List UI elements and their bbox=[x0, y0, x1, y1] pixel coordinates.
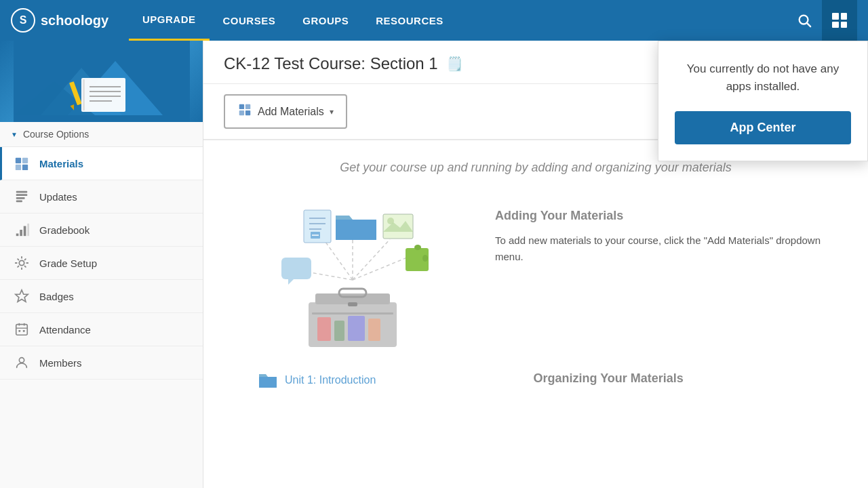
welcome-text: Get your course up and running by adding… bbox=[224, 161, 848, 175]
main-header: S schoology UPGRADE COURSES GROUPS RESOU… bbox=[0, 0, 868, 41]
svg-point-34 bbox=[19, 358, 24, 363]
welcome-section: Get your course up and running by adding… bbox=[203, 140, 868, 426]
add-materials-label: Add Materials bbox=[258, 106, 324, 118]
grade-setup-icon bbox=[14, 255, 30, 271]
svg-rect-65 bbox=[348, 316, 365, 341]
unit-label: Unit 1: Introduction bbox=[285, 374, 376, 386]
nav-upgrade[interactable]: UPGRADE bbox=[129, 0, 210, 41]
svg-rect-17 bbox=[22, 165, 28, 170]
add-materials-icon bbox=[237, 102, 252, 121]
materials-btn-icon bbox=[237, 102, 252, 117]
svg-marker-27 bbox=[16, 290, 28, 302]
svg-rect-21 bbox=[16, 201, 22, 203]
sidebar-item-updates-label: Updates bbox=[39, 191, 77, 203]
logo-circle: S bbox=[11, 8, 35, 33]
logo-text: schoology bbox=[41, 13, 108, 28]
svg-rect-44 bbox=[281, 258, 311, 279]
popup: You currently do not have any apps insta… bbox=[658, 41, 868, 161]
svg-rect-28 bbox=[16, 325, 28, 336]
dropdown-arrow-icon: ▾ bbox=[330, 107, 334, 117]
organize-section: Unit 1: Introduction Organizing Your Mat… bbox=[224, 358, 848, 406]
nav-resources[interactable]: RESOURCES bbox=[362, 0, 457, 41]
svg-rect-57 bbox=[414, 245, 421, 250]
sidebar-item-attendance-label: Attendance bbox=[39, 324, 91, 336]
course-thumbnail bbox=[0, 41, 203, 122]
sidebar-item-materials-label: Materials bbox=[39, 158, 83, 169]
popup-overlay: You currently do not have any apps insta… bbox=[658, 41, 868, 161]
svg-rect-38 bbox=[245, 110, 250, 115]
svg-rect-62 bbox=[312, 312, 393, 314]
svg-rect-63 bbox=[317, 317, 331, 341]
unit-folder-link[interactable]: Unit 1: Introduction bbox=[258, 371, 376, 389]
organizing-info: Organizing Your Materials bbox=[403, 371, 814, 392]
attendance-icon bbox=[14, 321, 30, 338]
svg-rect-52 bbox=[336, 220, 376, 240]
search-icon bbox=[797, 13, 812, 28]
sidebar-item-materials[interactable]: Materials bbox=[0, 147, 203, 180]
search-button[interactable] bbox=[787, 0, 822, 41]
svg-line-42 bbox=[353, 256, 410, 280]
gradebook-icon bbox=[14, 222, 30, 238]
sidebar-item-grade-setup-label: Grade Setup bbox=[39, 258, 97, 269]
adding-feature-title: Adding Your Materials bbox=[495, 209, 834, 223]
svg-rect-16 bbox=[16, 165, 21, 170]
add-materials-button[interactable]: Add Materials ▾ bbox=[224, 94, 347, 129]
grid-menu-button[interactable] bbox=[822, 0, 857, 41]
svg-rect-22 bbox=[16, 234, 19, 237]
badges-icon bbox=[14, 288, 30, 304]
svg-rect-64 bbox=[334, 321, 344, 341]
course-options-button[interactable]: ▼ Course Options bbox=[0, 122, 203, 147]
sidebar-item-updates[interactable]: Updates bbox=[0, 180, 203, 214]
sidebar-item-gradebook-label: Gradebook bbox=[39, 224, 90, 236]
sidebar-item-grade-setup[interactable]: Grade Setup bbox=[0, 247, 203, 280]
popup-message: You currently do not have any apps insta… bbox=[675, 60, 851, 95]
svg-rect-36 bbox=[245, 104, 250, 109]
organizing-title: Organizing Your Materials bbox=[403, 371, 814, 386]
chevron-down-icon: ▼ bbox=[11, 131, 18, 138]
header-actions bbox=[787, 0, 857, 41]
logo[interactable]: S schoology bbox=[11, 8, 108, 33]
svg-rect-23 bbox=[20, 230, 22, 236]
sidebar-item-attendance[interactable]: Attendance bbox=[0, 313, 203, 346]
sidebar-item-badges-label: Badges bbox=[39, 291, 74, 302]
nav-groups[interactable]: GROUPS bbox=[289, 0, 362, 41]
svg-rect-6 bbox=[81, 78, 125, 112]
adding-materials-illustration bbox=[237, 195, 468, 358]
svg-rect-14 bbox=[16, 158, 21, 163]
svg-rect-35 bbox=[239, 104, 244, 109]
svg-rect-15 bbox=[22, 158, 28, 163]
sidebar-item-badges[interactable]: Badges bbox=[0, 280, 203, 313]
svg-rect-58 bbox=[422, 255, 428, 262]
sidebar-item-gradebook[interactable]: Gradebook bbox=[0, 214, 203, 247]
svg-rect-32 bbox=[18, 330, 20, 332]
app-center-button[interactable]: App Center bbox=[675, 111, 851, 144]
svg-rect-66 bbox=[368, 319, 380, 341]
nav-courses[interactable]: COURSES bbox=[210, 0, 290, 41]
svg-rect-7 bbox=[83, 79, 85, 110]
toolbox-svg bbox=[244, 202, 461, 351]
svg-point-0 bbox=[800, 16, 808, 24]
svg-rect-19 bbox=[16, 194, 28, 196]
adding-feature-info: Adding Your Materials To add new materia… bbox=[495, 195, 834, 358]
svg-rect-20 bbox=[16, 197, 25, 199]
features-grid: Adding Your Materials To add new materia… bbox=[224, 195, 848, 358]
course-options-label: Course Options bbox=[23, 129, 89, 140]
main-nav: UPGRADE COURSES GROUPS RESOURCES bbox=[129, 0, 787, 41]
svg-rect-25 bbox=[27, 224, 29, 236]
members-icon bbox=[14, 354, 30, 371]
svg-rect-24 bbox=[24, 226, 26, 237]
sidebar-item-members-label: Members bbox=[39, 357, 82, 369]
svg-line-1 bbox=[808, 24, 811, 27]
sidebar: ▼ Course Options Materials bbox=[0, 41, 203, 488]
svg-rect-33 bbox=[23, 330, 25, 332]
sidebar-item-members[interactable]: Members bbox=[0, 346, 203, 380]
copy-icon[interactable]: 🗒️ bbox=[446, 56, 463, 72]
course-thumbnail-image bbox=[14, 41, 190, 122]
svg-marker-45 bbox=[288, 279, 294, 285]
materials-icon bbox=[14, 155, 30, 171]
svg-rect-67 bbox=[348, 302, 357, 306]
svg-line-41 bbox=[353, 239, 390, 280]
svg-rect-68 bbox=[259, 377, 277, 388]
folder-icon bbox=[258, 371, 278, 389]
adding-feature-desc: To add new materials to your course, cli… bbox=[495, 232, 834, 265]
